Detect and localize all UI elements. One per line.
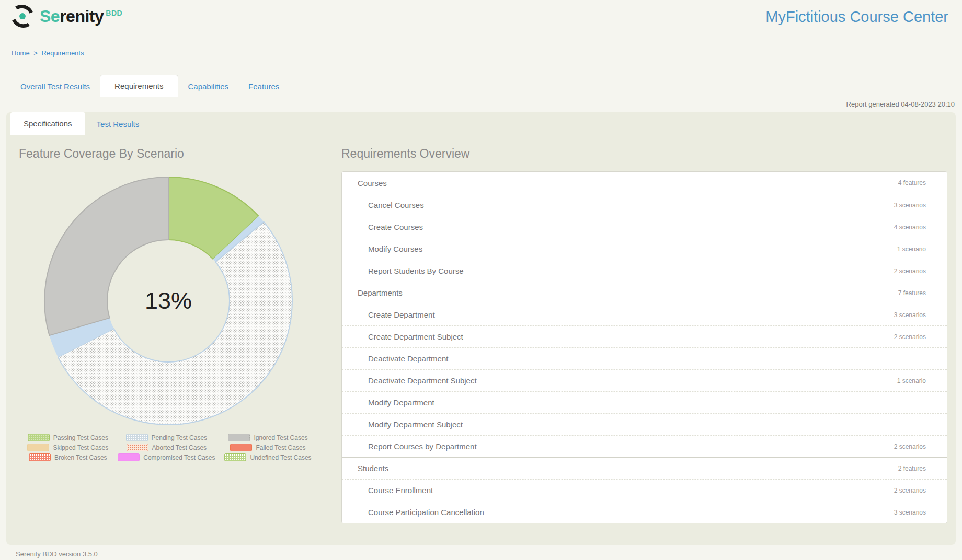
requirement-name: Deactivate Department Subject — [368, 376, 477, 385]
tab-requirements[interactable]: Requirements — [100, 75, 178, 97]
breadcrumb-separator: > — [33, 49, 38, 57]
legend-item: Passing Test Cases — [28, 434, 108, 441]
legend-swatch — [29, 453, 51, 461]
donut-segment-ignored[interactable] — [44, 177, 168, 335]
requirement-name: Modify Department — [368, 398, 434, 407]
requirement-count: 2 scenarios — [894, 487, 947, 494]
requirement-count: 3 scenarios — [894, 202, 947, 209]
legend-item: Skipped Test Cases — [27, 444, 108, 451]
feature-row-create-department-subject[interactable]: Create Department Subject2 scenarios — [342, 325, 947, 347]
legend-item: Ignored Test Cases — [228, 434, 307, 441]
requirement-name: Departments — [358, 288, 403, 297]
capability-row-courses[interactable]: Courses4 features — [342, 172, 947, 194]
requirement-count: 2 scenarios — [894, 267, 947, 275]
legend-label: Undefined Test Cases — [250, 454, 311, 461]
requirements-table: Courses4 featuresCancel Courses3 scenari… — [341, 171, 947, 523]
requirement-name: Report Students By Course — [368, 266, 464, 275]
subtab-specifications[interactable]: Specifications — [10, 112, 85, 135]
version-footer: Serenity BDD version 3.5.0 — [16, 550, 962, 558]
requirement-count: 1 scenario — [897, 377, 947, 384]
legend-swatch — [27, 444, 49, 451]
requirement-name: Students — [358, 464, 388, 473]
requirement-name: Course Enrollment — [368, 486, 433, 495]
serenity-logo-icon — [10, 4, 35, 28]
coverage-donut-chart: 13% — [43, 176, 294, 426]
requirement-name: Cancel Courses — [368, 201, 424, 209]
feature-row-deactivate-department[interactable]: Deactivate Department — [342, 347, 947, 369]
legend-label: Compromised Test Cases — [143, 454, 215, 461]
brand-name: SerenityBDD — [40, 7, 122, 26]
breadcrumb: Home > Requirements — [12, 49, 962, 57]
feature-row-course-enrollment[interactable]: Course Enrollment2 scenarios — [342, 479, 947, 501]
serenity-logo: SerenityBDD — [10, 4, 122, 28]
donut-svg — [43, 176, 294, 426]
legend-item: Pending Test Cases — [126, 434, 208, 441]
legend-swatch — [126, 434, 148, 441]
breadcrumb-home-link[interactable]: Home — [12, 49, 30, 57]
tab-overall-test-results[interactable]: Overall Test Results — [10, 76, 100, 97]
tab-features[interactable]: Features — [238, 76, 289, 97]
requirement-count: 2 features — [898, 465, 947, 472]
requirement-name: Modify Courses — [368, 244, 422, 253]
feature-row-report-students-by-course[interactable]: Report Students By Course2 scenarios — [342, 260, 947, 282]
capability-row-departments[interactable]: Departments7 features — [342, 282, 947, 304]
requirements-overview-title: Requirements Overview — [341, 147, 947, 161]
feature-row-create-department[interactable]: Create Department3 scenarios — [342, 304, 947, 325]
legend-swatch — [118, 453, 140, 461]
main-panel: Specifications Test Results Feature Cove… — [6, 112, 956, 545]
requirement-name: Create Department — [368, 310, 435, 319]
legend-item: Failed Test Cases — [230, 444, 305, 451]
requirement-count: 3 scenarios — [894, 509, 947, 516]
legend-label: Passing Test Cases — [53, 434, 108, 441]
page-header: SerenityBDD MyFictitious Course Center — [0, 0, 962, 33]
legend-swatch — [224, 453, 246, 461]
requirement-name: Courses — [358, 179, 387, 188]
feature-row-modify-department[interactable]: Modify Department — [342, 391, 947, 413]
legend-item: Undefined Test Cases — [224, 453, 311, 461]
requirement-name: Create Department Subject — [368, 332, 463, 341]
legend-swatch — [127, 444, 148, 451]
capability-row-students[interactable]: Students2 features — [342, 457, 947, 479]
legend-label: Ignored Test Cases — [254, 434, 307, 441]
legend-swatch — [230, 444, 252, 451]
legend-swatch — [28, 434, 50, 441]
requirement-count: 2 scenarios — [894, 333, 947, 341]
legend-label: Broken Test Cases — [54, 454, 107, 461]
coverage-title: Feature Coverage By Scenario — [19, 147, 333, 161]
legend-item: Compromised Test Cases — [118, 453, 215, 461]
requirement-name: Modify Department Subject — [368, 420, 463, 429]
sub-tab-bar: Specifications Test Results — [6, 112, 956, 135]
subtab-test-results[interactable]: Test Results — [85, 113, 151, 135]
requirement-count: 7 features — [898, 289, 947, 297]
legend-label: Failed Test Cases — [256, 444, 305, 451]
main-tab-bar: Overall Test Results Requirements Capabi… — [10, 75, 962, 97]
requirement-count: 1 scenario — [897, 246, 947, 253]
feature-row-create-courses[interactable]: Create Courses4 scenarios — [342, 216, 947, 238]
requirement-name: Create Courses — [368, 223, 423, 231]
requirement-count: 3 scenarios — [894, 311, 947, 319]
legend-label: Aborted Test Cases — [152, 444, 207, 451]
feature-row-deactivate-department-subject[interactable]: Deactivate Department Subject1 scenario — [342, 369, 947, 391]
feature-row-cancel-courses[interactable]: Cancel Courses3 scenarios — [342, 194, 947, 216]
requirement-count: 2 scenarios — [894, 443, 947, 450]
requirement-count: 4 scenarios — [894, 224, 947, 231]
requirement-count: 4 features — [898, 179, 947, 186]
tab-capabilities[interactable]: Capabilities — [178, 76, 239, 97]
requirement-name: Course Participation Cancellation — [368, 508, 484, 517]
legend-label: Pending Test Cases — [152, 434, 208, 441]
page-title: MyFictitious Course Center — [765, 8, 948, 26]
feature-row-modify-courses[interactable]: Modify Courses1 scenario — [342, 238, 947, 260]
feature-row-modify-department-subject[interactable]: Modify Department Subject — [342, 413, 947, 435]
chart-legend: Passing Test CasesPending Test CasesIgno… — [28, 434, 311, 461]
breadcrumb-requirements-link[interactable]: Requirements — [42, 49, 84, 57]
feature-row-report-courses-by-department[interactable]: Report Courses by Department2 scenarios — [342, 435, 947, 457]
legend-item: Aborted Test Cases — [127, 444, 207, 451]
feature-row-course-participation-cancellation[interactable]: Course Participation Cancellation3 scena… — [342, 501, 947, 523]
requirements-overview-section: Requirements Overview Courses4 featuresC… — [341, 135, 947, 523]
report-generated-timestamp: Report generated 04-08-2023 20:10 — [0, 97, 962, 112]
requirement-name: Deactivate Department — [368, 354, 448, 363]
brand-bdd: BDD — [106, 9, 122, 17]
legend-item: Broken Test Cases — [29, 453, 107, 461]
legend-label: Skipped Test Cases — [53, 444, 108, 451]
coverage-section: Feature Coverage By Scenario 13% Passing… — [19, 135, 333, 523]
